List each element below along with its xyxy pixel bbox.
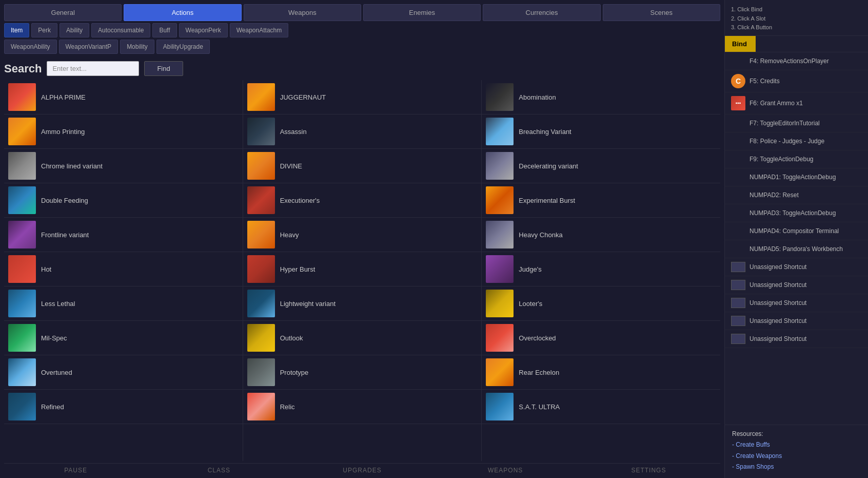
list-item[interactable]: Abomination <box>482 80 720 114</box>
list-item[interactable]: Hot <box>4 252 243 286</box>
shortcut-item[interactable]: ▪▪▪F6: Grant Ammo x1 <box>725 92 868 114</box>
item-name: Chrome lined variant <box>41 162 103 170</box>
list-item[interactable]: Mil-Spec <box>4 321 243 355</box>
shortcut-item[interactable]: F9: ToggleActionDebug <box>725 150 868 168</box>
subtab-weaponvariantp[interactable]: WeaponVariantP <box>59 40 119 54</box>
shortcut-icon-blank <box>731 244 745 254</box>
list-item[interactable]: Looter's <box>482 286 720 321</box>
shortcut-item[interactable]: NUMPAD1: ToggleActionDebug <box>725 168 868 186</box>
tab-enemies[interactable]: Enemies <box>363 4 481 21</box>
shortcut-item[interactable]: Unassigned Shortcut <box>725 258 868 276</box>
shortcut-item[interactable]: NUMPAD3: ToggleActionDebug <box>725 204 868 222</box>
list-item[interactable]: Less Lethal <box>4 286 243 321</box>
item-name: Mil-Spec <box>41 334 67 342</box>
subtab-buff[interactable]: Buff <box>152 23 176 37</box>
tab-weapons[interactable]: Weapons <box>244 4 361 21</box>
list-item[interactable]: ALPHA PRIME <box>4 80 243 114</box>
shortcut-icon-blank <box>731 190 745 200</box>
find-button[interactable]: Find <box>144 61 183 76</box>
item-name: Frontline variant <box>41 231 89 239</box>
list-item[interactable]: Assassin <box>243 114 482 149</box>
subtab-autoconsumable[interactable]: Autoconsumable <box>91 23 150 37</box>
list-item[interactable]: Refined <box>4 390 243 424</box>
list-item[interactable]: Ammo Printing <box>4 114 243 149</box>
list-item[interactable]: Judge's <box>482 252 720 286</box>
shortcut-item[interactable]: NUMPAD2: Reset <box>725 186 868 204</box>
list-item[interactable]: Breaching Variant <box>482 114 720 149</box>
list-item[interactable]: DIVINE <box>243 149 482 183</box>
list-item[interactable]: Overtuned <box>4 355 243 390</box>
tab-currencies[interactable]: Currencies <box>483 4 600 21</box>
resource-item[interactable]: - Spawn Shops <box>732 462 861 473</box>
shortcut-item[interactable]: NUMPAD4: Compositor Terminal <box>725 222 868 240</box>
shortcut-item[interactable]: F4: RemoveActionsOnPlayer <box>725 52 868 70</box>
item-name: Looter's <box>519 300 542 308</box>
list-item[interactable]: Decelerating variant <box>482 149 720 183</box>
list-item[interactable]: Experimental Burst <box>482 183 720 218</box>
list-item[interactable]: Prototype <box>243 355 482 390</box>
subtab-perk[interactable]: Perk <box>31 23 57 37</box>
tab-general[interactable]: General <box>4 4 122 21</box>
subtab-weaponability[interactable]: WeaponAbility <box>4 40 57 54</box>
tab-scenes[interactable]: Scenes <box>603 4 720 21</box>
subtab-weaponperk[interactable]: WeaponPerk <box>179 23 228 37</box>
resources-section: Resources: - Create Buffs- Create Weapon… <box>725 425 868 478</box>
list-item[interactable]: Rear Echelon <box>482 355 720 390</box>
shortcut-label: Unassigned Shortcut <box>749 317 806 324</box>
items-grid: ALPHA PRIMEAmmo PrintingChrome lined var… <box>4 80 720 461</box>
shortcut-icon-blank <box>731 316 745 326</box>
list-item[interactable]: Chrome lined variant <box>4 149 243 183</box>
resource-item[interactable]: - Create Buffs <box>732 439 861 451</box>
item-icon <box>8 324 36 352</box>
item-icon <box>486 324 514 352</box>
item-icon <box>247 393 275 420</box>
list-item[interactable]: Relic <box>243 390 482 424</box>
resources-title: Resources: <box>732 430 861 437</box>
subtab-weaponattachm[interactable]: WeaponAttachm <box>230 23 289 37</box>
shortcut-item[interactable]: F7: ToggleEditorInTutorial <box>725 114 868 132</box>
item-name: ALPHA PRIME <box>41 93 86 101</box>
list-item[interactable]: Executioner's <box>243 183 482 218</box>
list-item[interactable]: Heavy <box>243 218 482 252</box>
resource-item[interactable]: - Create Weapons <box>732 451 861 462</box>
subtab-item[interactable]: Item <box>4 23 29 37</box>
list-item[interactable]: S.A.T. ULTRA <box>482 390 720 424</box>
list-item[interactable]: Lightweight variant <box>243 286 482 321</box>
item-icon <box>8 221 36 248</box>
item-name: Assassin <box>280 128 307 136</box>
list-item[interactable]: Heavy Chonka <box>482 218 720 252</box>
item-icon <box>486 221 514 248</box>
subtab-mobility[interactable]: Mobility <box>120 40 154 54</box>
search-input[interactable] <box>47 61 139 76</box>
bottom-bar-item: WEAPONS <box>434 467 577 474</box>
shortcut-icon-blank <box>731 136 745 146</box>
tab-actions[interactable]: Actions <box>124 4 241 21</box>
shortcut-label: Unassigned Shortcut <box>749 263 806 271</box>
shortcut-item[interactable]: Unassigned Shortcut <box>725 294 868 312</box>
item-icon <box>486 290 514 317</box>
shortcut-item[interactable]: Unassigned Shortcut <box>725 330 868 348</box>
bottom-bar-item: PAUSE <box>4 467 147 474</box>
shortcut-item[interactable]: F8: Police - Judges - Judge <box>725 132 868 150</box>
shortcut-label: NUMPAD3: ToggleActionDebug <box>749 209 836 217</box>
list-item[interactable]: Frontline variant <box>4 218 243 252</box>
list-item[interactable]: Outlook <box>243 321 482 355</box>
bind-button[interactable]: Bind <box>725 36 756 52</box>
items-column-2: JUGGERNAUTAssassinDIVINEExecutioner'sHea… <box>243 80 482 461</box>
shortcut-label: NUMPAD2: Reset <box>749 192 799 199</box>
shortcut-label: Unassigned Shortcut <box>749 281 806 289</box>
subtab-abilityupgrade[interactable]: AbilityUpgrade <box>156 40 210 54</box>
list-item[interactable]: Hyper Burst <box>243 252 482 286</box>
shortcut-item[interactable]: CF5: Credits <box>725 70 868 92</box>
list-item[interactable]: JUGGERNAUT <box>243 80 482 114</box>
subtab-ability[interactable]: Ability <box>60 23 89 37</box>
shortcut-icon-blank <box>731 226 745 236</box>
shortcut-item[interactable]: Unassigned Shortcut <box>725 312 868 330</box>
item-icon <box>247 83 275 111</box>
shortcut-item[interactable]: NUMPAD5: Pandora's Workbench <box>725 240 868 258</box>
shortcut-item[interactable]: Unassigned Shortcut <box>725 276 868 294</box>
shortcut-icon-blank <box>731 262 745 272</box>
bottom-bar-item: UPGRADES <box>290 467 433 474</box>
list-item[interactable]: Double Feeding <box>4 183 243 218</box>
list-item[interactable]: Overclocked <box>482 321 720 355</box>
